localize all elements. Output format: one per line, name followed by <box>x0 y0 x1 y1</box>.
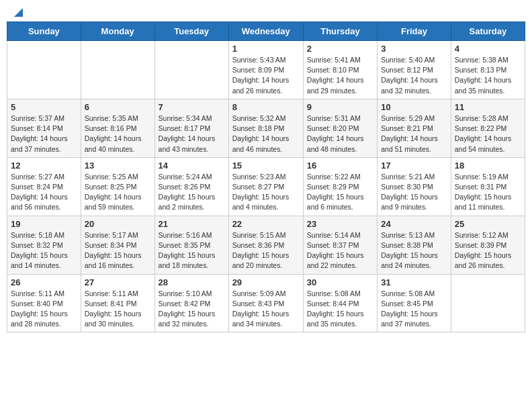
day-content: Sunrise: 5:37 AMSunset: 8:14 PMDaylight:… <box>11 113 77 154</box>
sunset-text: Sunset: 8:31 PM <box>455 183 507 191</box>
daylight-text: Daylight: 15 hours <box>381 251 438 259</box>
daylight-text: Daylight: 15 hours <box>159 310 216 318</box>
day-number: 14 <box>159 161 225 171</box>
daylight-continuation: and 35 minutes. <box>307 320 357 328</box>
daylight-text: Daylight: 15 hours <box>159 193 216 201</box>
day-content: Sunrise: 5:17 AMSunset: 8:34 PMDaylight:… <box>85 230 151 271</box>
calendar-cell: 1Sunrise: 5:43 AMSunset: 8:09 PMDaylight… <box>228 41 303 99</box>
sunrise-text: Sunrise: 5:08 AM <box>307 289 361 298</box>
calendar-cell: 26Sunrise: 5:11 AMSunset: 8:40 PMDayligh… <box>7 274 81 332</box>
day-number: 29 <box>232 277 300 287</box>
day-content: Sunrise: 5:14 AMSunset: 8:37 PMDaylight:… <box>307 230 373 271</box>
day-content: Sunrise: 5:21 AMSunset: 8:30 PMDaylight:… <box>381 172 447 213</box>
day-content: Sunrise: 5:29 AMSunset: 8:21 PMDaylight:… <box>381 113 447 154</box>
calendar-week-5: 26Sunrise: 5:11 AMSunset: 8:40 PMDayligh… <box>7 274 525 332</box>
daylight-continuation: and 32 minutes. <box>159 320 209 328</box>
day-number: 28 <box>159 277 225 287</box>
daylight-continuation: and 16 minutes. <box>85 261 135 269</box>
sunset-text: Sunset: 8:21 PM <box>381 124 433 132</box>
day-content: Sunrise: 5:13 AMSunset: 8:38 PMDaylight:… <box>381 230 447 271</box>
daylight-text: Daylight: 14 hours <box>455 134 512 142</box>
day-content: Sunrise: 5:40 AMSunset: 8:12 PMDaylight:… <box>381 55 447 96</box>
sunset-text: Sunset: 8:13 PM <box>455 66 507 74</box>
sunset-text: Sunset: 8:42 PM <box>159 300 211 308</box>
svg-marker-0 <box>14 8 23 17</box>
sunset-text: Sunset: 8:25 PM <box>85 183 137 191</box>
daylight-continuation: and 37 minutes. <box>11 145 61 153</box>
logo-triangle-icon <box>11 7 23 19</box>
sunset-text: Sunset: 8:44 PM <box>307 300 359 308</box>
daylight-continuation: and 30 minutes. <box>85 320 135 328</box>
daylight-continuation: and 2 minutes. <box>159 203 205 211</box>
sunrise-text: Sunrise: 5:23 AM <box>232 173 286 181</box>
day-content: Sunrise: 5:09 AMSunset: 8:43 PMDaylight:… <box>232 289 300 330</box>
daylight-continuation: and 51 minutes. <box>381 145 431 153</box>
day-content: Sunrise: 5:11 AMSunset: 8:40 PMDaylight:… <box>11 289 77 330</box>
page-header <box>7 7 525 16</box>
day-number: 22 <box>232 219 300 229</box>
calendar-cell: 30Sunrise: 5:08 AMSunset: 8:44 PMDayligh… <box>303 274 377 332</box>
day-content: Sunrise: 5:27 AMSunset: 8:24 PMDaylight:… <box>11 172 77 213</box>
daylight-continuation: and 26 minutes. <box>232 87 283 95</box>
daylight-continuation: and 18 minutes. <box>159 261 209 269</box>
day-content: Sunrise: 5:31 AMSunset: 8:20 PMDaylight:… <box>307 113 373 154</box>
daylight-text: Daylight: 14 hours <box>381 134 438 142</box>
weekday-header-sunday: Sunday <box>7 22 81 41</box>
calendar-cell: 27Sunrise: 5:11 AMSunset: 8:41 PMDayligh… <box>81 274 154 332</box>
calendar-cell: 17Sunrise: 5:21 AMSunset: 8:30 PMDayligh… <box>378 157 451 216</box>
calendar-cell: 15Sunrise: 5:23 AMSunset: 8:27 PMDayligh… <box>228 157 303 216</box>
daylight-text: Daylight: 14 hours <box>85 134 142 142</box>
calendar-cell <box>7 41 81 99</box>
daylight-text: Daylight: 14 hours <box>455 76 512 84</box>
sunrise-text: Sunrise: 5:13 AM <box>381 231 435 239</box>
day-number: 2 <box>307 44 373 54</box>
daylight-continuation: and 48 minutes. <box>307 145 357 153</box>
daylight-continuation: and 59 minutes. <box>85 203 135 211</box>
calendar-cell: 13Sunrise: 5:25 AMSunset: 8:25 PMDayligh… <box>81 157 154 216</box>
daylight-continuation: and 22 minutes. <box>307 261 357 269</box>
calendar-cell: 16Sunrise: 5:22 AMSunset: 8:29 PMDayligh… <box>303 157 377 216</box>
day-number: 16 <box>307 161 373 171</box>
sunset-text: Sunset: 8:14 PM <box>11 124 63 132</box>
calendar-cell: 12Sunrise: 5:27 AMSunset: 8:24 PMDayligh… <box>7 157 81 216</box>
day-number: 1 <box>232 44 300 54</box>
calendar-cell: 11Sunrise: 5:28 AMSunset: 8:22 PMDayligh… <box>451 99 525 157</box>
sunset-text: Sunset: 8:34 PM <box>85 241 137 249</box>
sunset-text: Sunset: 8:30 PM <box>381 183 433 191</box>
calendar-cell: 9Sunrise: 5:31 AMSunset: 8:20 PMDaylight… <box>303 99 377 157</box>
sunset-text: Sunset: 8:22 PM <box>455 124 507 132</box>
day-content: Sunrise: 5:38 AMSunset: 8:13 PMDaylight:… <box>455 55 521 96</box>
daylight-text: Daylight: 15 hours <box>455 193 512 201</box>
sunset-text: Sunset: 8:16 PM <box>85 124 137 132</box>
sunrise-text: Sunrise: 5:19 AM <box>455 173 508 181</box>
daylight-text: Daylight: 15 hours <box>307 193 364 201</box>
calendar-week-4: 19Sunrise: 5:18 AMSunset: 8:32 PMDayligh… <box>7 216 525 274</box>
daylight-text: Daylight: 15 hours <box>159 251 216 259</box>
daylight-text: Daylight: 15 hours <box>11 310 68 318</box>
day-number: 13 <box>85 161 151 171</box>
day-content: Sunrise: 5:32 AMSunset: 8:18 PMDaylight:… <box>232 113 300 154</box>
sunrise-text: Sunrise: 5:17 AM <box>85 231 138 239</box>
sunset-text: Sunset: 8:38 PM <box>381 241 433 249</box>
sunset-text: Sunset: 8:09 PM <box>232 66 285 74</box>
sunrise-text: Sunrise: 5:37 AM <box>11 114 64 122</box>
calendar-cell: 14Sunrise: 5:24 AMSunset: 8:26 PMDayligh… <box>154 157 228 216</box>
daylight-continuation: and 43 minutes. <box>159 145 209 153</box>
sunrise-text: Sunrise: 5:43 AM <box>232 56 286 64</box>
day-content: Sunrise: 5:15 AMSunset: 8:36 PMDaylight:… <box>232 230 300 271</box>
day-number: 9 <box>307 102 373 112</box>
daylight-continuation: and 6 minutes. <box>307 203 353 211</box>
sunrise-text: Sunrise: 5:28 AM <box>455 114 508 122</box>
calendar-cell: 28Sunrise: 5:10 AMSunset: 8:42 PMDayligh… <box>154 274 228 332</box>
day-content: Sunrise: 5:43 AMSunset: 8:09 PMDaylight:… <box>232 55 300 96</box>
sunrise-text: Sunrise: 5:25 AM <box>85 173 138 181</box>
sunrise-text: Sunrise: 5:27 AM <box>11 173 64 181</box>
daylight-text: Daylight: 15 hours <box>232 251 290 259</box>
calendar-cell <box>451 274 525 332</box>
sunrise-text: Sunrise: 5:09 AM <box>232 289 286 298</box>
weekday-header-saturday: Saturday <box>451 22 525 41</box>
calendar-week-1: 1Sunrise: 5:43 AMSunset: 8:09 PMDaylight… <box>7 41 525 99</box>
weekday-header-row: SundayMondayTuesdayWednesdayThursdayFrid… <box>7 22 525 41</box>
daylight-continuation: and 20 minutes. <box>232 261 283 269</box>
calendar-cell: 20Sunrise: 5:17 AMSunset: 8:34 PMDayligh… <box>81 216 154 274</box>
